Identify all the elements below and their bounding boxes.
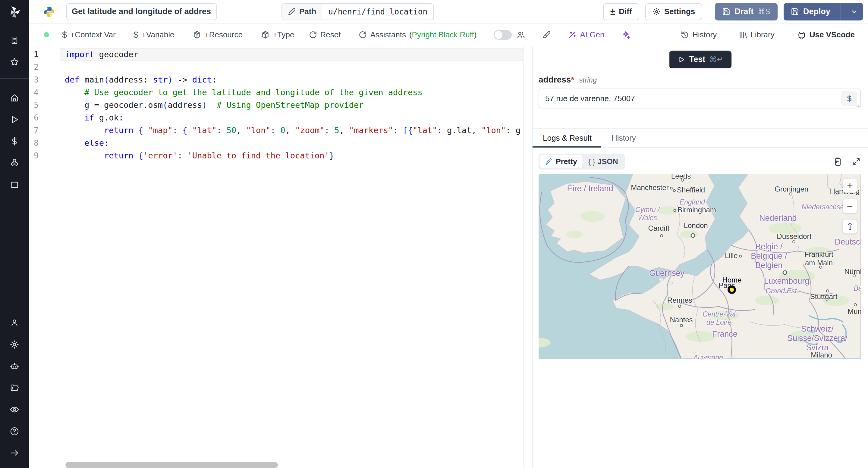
home-icon[interactable] <box>0 87 29 109</box>
tab-logs-result[interactable]: Logs & Result <box>532 129 601 147</box>
code-line-6[interactable]: 6 if g.ok: <box>29 111 523 124</box>
code-text[interactable]: # Use geocoder to get the latitude and l… <box>60 86 523 99</box>
map-city-dot <box>680 324 683 327</box>
result-view-switch: Pretty { } JSON <box>538 154 625 170</box>
chevron-down-icon[interactable] <box>845 8 863 15</box>
code-text[interactable]: if g.ok: <box>60 111 523 124</box>
path-value[interactable]: u/henri/find_location <box>322 4 433 20</box>
assistants-button[interactable]: Assistants (Pyright Black Ruff) <box>359 30 476 39</box>
test-button[interactable]: Test ⌘↵ <box>669 51 732 68</box>
assistants-paren: ( <box>409 30 412 39</box>
refresh-icon <box>359 31 367 39</box>
folders-icon[interactable] <box>0 377 29 399</box>
save-icon <box>791 7 799 16</box>
map-recenter-button[interactable]: ⇧ <box>843 219 857 234</box>
code-line-5[interactable]: 5 g = geocoder.osm(address) # Using Open… <box>29 99 523 111</box>
map-home-marker[interactable] <box>727 286 736 294</box>
pretty-view-button[interactable]: Pretty <box>540 155 583 168</box>
runs-play-icon[interactable] <box>0 109 29 130</box>
settings-button[interactable]: Settings <box>645 3 703 20</box>
test-label: Test <box>689 55 706 64</box>
assistants-detail: Pyright Black Ruff <box>412 30 474 39</box>
map-zoom-out-button[interactable]: − <box>843 199 857 213</box>
map-city-dot <box>792 240 795 243</box>
code-lines[interactable]: 1import geocoder23def main(address: str)… <box>29 46 523 162</box>
resize-grip-icon[interactable] <box>855 103 859 107</box>
add-variable-button[interactable]: $ +Variable <box>133 30 175 40</box>
diff-button[interactable]: ± Diff <box>603 3 639 20</box>
panel-splitter[interactable] <box>524 46 532 468</box>
code-text[interactable]: return { "map": { "lat": 50, "lon": 0, "… <box>60 124 523 137</box>
draft-button[interactable]: Draft ⌘S <box>715 3 778 21</box>
python-language-icon <box>43 6 55 18</box>
code-line-4[interactable]: 4 # Use geocoder to get the latitude and… <box>29 86 523 99</box>
add-context-var-button[interactable]: $ +Context Var <box>62 30 116 40</box>
address-input-wrapper: $ <box>538 89 861 108</box>
collapse-arrow-right-icon[interactable] <box>0 442 29 464</box>
format-brush-icon[interactable] <box>542 30 551 39</box>
library-label: Library <box>750 30 774 39</box>
top-bar: Path u/henri/find_location ± Diff Settin… <box>29 0 868 24</box>
help-icon[interactable] <box>0 421 29 442</box>
path-widget[interactable]: Path u/henri/find_location <box>281 3 434 20</box>
code-editor[interactable]: 1import geocoder23def main(address: str)… <box>29 46 524 468</box>
code-line-9[interactable]: 9 return {'error': 'Unable to find the l… <box>29 149 523 162</box>
deploy-button[interactable]: Deploy <box>784 3 863 21</box>
use-vscode-button[interactable]: Use VScode <box>797 30 855 39</box>
code-line-2[interactable]: 2 <box>29 61 523 73</box>
pencil-icon <box>288 8 296 15</box>
workspace-icon[interactable] <box>0 30 29 51</box>
history-button[interactable]: History <box>681 30 717 39</box>
code-line-7[interactable]: 7 return { "map": { "lat": 50, "lon": 0,… <box>29 124 523 137</box>
code-line-1[interactable]: 1import geocoder <box>29 48 523 61</box>
map-label: Grand Est <box>766 287 797 295</box>
assistants-label: Assistants <box>370 30 406 39</box>
workers-robot-icon[interactable] <box>0 355 29 377</box>
deploy-label: Deploy <box>803 7 830 16</box>
favorites-star-icon[interactable] <box>0 51 29 73</box>
result-map[interactable]: LeedsManchesterSheffieldÉire / IrelandEn… <box>538 174 861 359</box>
settings-gear-icon[interactable] <box>0 334 29 355</box>
code-text[interactable]: import geocoder <box>60 48 523 61</box>
map-label: Niedersachsen <box>802 203 848 210</box>
map-label: Rennes <box>667 296 692 304</box>
code-text[interactable] <box>60 61 523 73</box>
map-zoom-in-button[interactable]: + <box>843 178 857 193</box>
windmill-logo[interactable] <box>8 5 21 19</box>
resources-cubes-icon[interactable] <box>0 152 29 174</box>
dollar-icon: $ <box>62 30 67 40</box>
address-input[interactable] <box>545 94 841 104</box>
user-icon[interactable] <box>0 312 29 334</box>
add-type-button[interactable]: +Type <box>261 30 294 39</box>
line-number: 8 <box>29 137 60 149</box>
map-city-dot <box>782 270 787 275</box>
map-label: Auvergne- <box>693 353 725 359</box>
sparkles-icon[interactable] <box>621 30 630 39</box>
settings-label: Settings <box>664 7 695 16</box>
code-text[interactable]: def main(address: str) -> dict: <box>60 73 523 86</box>
library-icon <box>739 31 747 39</box>
code-text[interactable]: return {'error': 'Unable to find the loc… <box>60 149 523 162</box>
dollar-icon: $ <box>133 30 138 40</box>
tab-history[interactable]: History <box>606 129 641 147</box>
script-title-input[interactable] <box>66 3 217 20</box>
copy-result-clipboard-icon[interactable] <box>833 157 843 167</box>
multiplayer-toggle[interactable] <box>494 30 512 40</box>
reset-button[interactable]: Reset <box>309 30 341 39</box>
expand-fullscreen-icon[interactable] <box>852 157 861 166</box>
variables-dollar-icon[interactable] <box>0 130 29 152</box>
code-text[interactable]: g = geocoder.osm(address) # Using OpenSt… <box>60 99 523 111</box>
horizontal-scrollbar[interactable] <box>65 462 278 468</box>
multiplayer-users-icon[interactable] <box>517 30 525 39</box>
ai-gen-button[interactable]: AI Gen <box>568 30 604 39</box>
code-line-3[interactable]: 3def main(address: str) -> dict: <box>29 73 523 86</box>
library-button[interactable]: Library <box>739 30 774 39</box>
json-view-button[interactable]: { } JSON <box>583 155 624 168</box>
add-resource-button[interactable]: +Resource <box>193 30 242 39</box>
pen-nib-icon <box>546 158 553 165</box>
map-label: München <box>847 307 861 315</box>
audit-eye-icon[interactable] <box>0 399 29 421</box>
code-text[interactable]: else: <box>60 137 523 149</box>
code-line-8[interactable]: 8 else: <box>29 137 523 149</box>
schedules-calendar-icon[interactable] <box>0 174 29 196</box>
